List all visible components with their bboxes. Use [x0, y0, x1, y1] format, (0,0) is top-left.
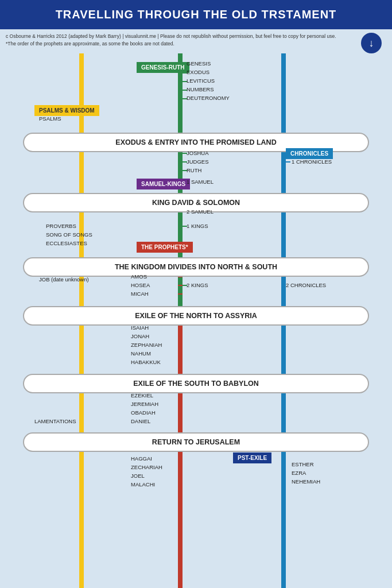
the-prophets-tag: THE PROPHETS* [137, 242, 193, 253]
joel-label: JOEL [131, 473, 145, 479]
deuteronomy-label: DEUTERONOMY [187, 95, 230, 101]
nehemiah-label: NEHEMIAH [292, 478, 320, 485]
leviticus-label: LEVITICUS [187, 78, 215, 84]
habakkuk-label: HABAKKUK [131, 359, 161, 365]
amos-label: AMOS [131, 273, 147, 280]
ecclesiastes-label: ECCLESIASTES [46, 240, 87, 246]
header: TRAVELLING THROUGH THE OLD TRSTAMENT [0, 0, 392, 29]
2kings-label: 2 KINGS [187, 282, 208, 288]
obadiah-label: OBADIAH [131, 409, 156, 416]
ezekiel-label: EZEKIEL [131, 392, 153, 399]
ezra-label: EZRA [292, 470, 306, 476]
milestone-north-assyria: EXILE OF THE NORTH TO ASSYRIA [23, 306, 369, 326]
logo-circle: ↓ [361, 33, 382, 53]
pst-exile-tag: PST-EXILE [233, 452, 271, 463]
proverbs-label: PROVERBS [46, 223, 76, 229]
milestone-south-babylon: EXILE OF THE SOUTH TO BABYLON [23, 374, 369, 393]
zephaniah-label: ZEPHANIAH [131, 342, 162, 348]
malachi-label: MALACHI [131, 481, 155, 488]
samuel-kings-tag: SAMUEL-KINGS [137, 179, 190, 189]
ruth-label: RUTH [187, 167, 201, 173]
job-label: JOB (date unknown) [39, 276, 89, 283]
micah-label: MICAH [131, 291, 149, 297]
1samuel-label: 1 SAMUEL [187, 179, 214, 185]
daniel-label: DANIEL [131, 418, 150, 424]
zechariah-label: ZECHARIAH [131, 464, 162, 470]
milestone-return: RETURN TO JERUSALEM [23, 432, 369, 452]
exodus-label: EXODUS [187, 69, 209, 75]
judges-label: JUDGES [187, 158, 209, 165]
esther-label: ESTHER [292, 461, 314, 467]
joshua-label: JOSHUA [187, 150, 209, 156]
red-line [178, 318, 183, 589]
hosea-label: HOSEA [131, 282, 150, 288]
jeremiah-label: JEREMIAH [131, 401, 158, 407]
haggai-label: HAGGAI [131, 455, 152, 462]
psalms-wisdom-tag: PSALMS & WISDOM [34, 105, 99, 116]
subtitle: c Osbourne & Harricks 2012 (adapted by M… [0, 29, 392, 48]
isaiah-label: ISAIAH [131, 324, 149, 331]
1kings-label: 1 KINGS [187, 223, 208, 229]
chronicles-tag: CHRONICLES [286, 148, 333, 159]
genesis-label: GENESIS [187, 60, 211, 67]
songofsongs-label: SONG OF SONGS [46, 231, 92, 238]
lamentations-label: LAMENTATIONS [34, 418, 76, 424]
milestone-divides: THE KINGDOM DIVIDES INTO NORTH & SOUTH [23, 257, 369, 277]
psalms-label: PSALMS [39, 115, 61, 122]
1chronicles-label: 1 CHRONICLES [292, 158, 332, 165]
jonah-label: JONAH [131, 333, 149, 339]
genesis-ruth-tag: GENESIS-RUTH [137, 62, 189, 73]
numbers-label: NUMBERS [187, 86, 214, 92]
2chronicles-label: 2 CHRONICLES [286, 282, 326, 288]
nahum-label: NAHUM [131, 350, 151, 357]
2samuel-label: 2 SAMUEL [187, 208, 214, 215]
